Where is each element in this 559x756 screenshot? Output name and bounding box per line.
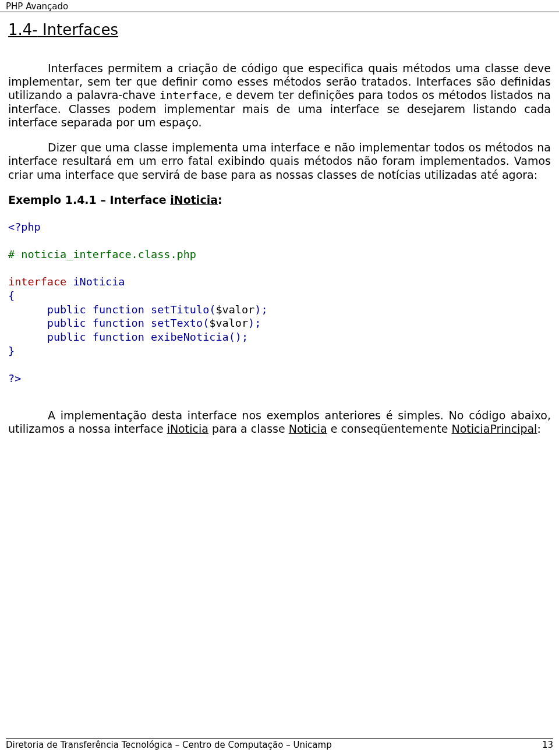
code-brace-open: { [8, 289, 15, 302]
inoticia-ref: iNoticia [167, 422, 208, 435]
p2-text: Dizer que uma classe implementa uma inte… [8, 141, 551, 181]
section-title: 1.4- Interfaces [8, 21, 551, 38]
example-name: iNoticia [170, 193, 218, 206]
example-suffix: : [218, 193, 222, 206]
code-open-tag: <?php [8, 221, 41, 233]
code-block: <?php # noticia_interface.class.php inte… [8, 220, 551, 386]
noticiaprincipal-ref: NoticiaPrincipal [451, 422, 537, 435]
p3-t4: : [537, 422, 540, 435]
page-footer: Diretoria de Transferência Tecnológica –… [6, 738, 553, 750]
footer-left: Diretoria de Transferência Tecnológica –… [6, 740, 332, 750]
paragraph-1: Interfaces permitem a criação de código … [8, 62, 551, 129]
page-header: PHP Avançado [0, 0, 559, 12]
code-interface-name: iNoticia [66, 275, 125, 288]
inline-code-interface: interface [160, 89, 218, 101]
code-keyword-interface: interface [8, 275, 66, 288]
p3-t2: para a classe [208, 422, 289, 435]
p3-t3: e conseqüentemente [327, 422, 452, 435]
code-line-2c: ); [248, 317, 261, 329]
noticia-ref: Noticia [289, 422, 327, 435]
code-comment: # noticia_interface.class.php [8, 248, 196, 260]
section-name: Interfaces [38, 21, 118, 38]
example-title: Exemplo 1.4.1 – Interface iNoticia: [8, 193, 551, 206]
footer-page-number: 13 [542, 740, 553, 750]
header-text: PHP Avançado [6, 1, 68, 12]
paragraph-2: Dizer que uma classe implementa uma inte… [8, 141, 551, 182]
example-prefix: Exemplo 1.4.1 – Interface [8, 193, 170, 206]
page-body: 1.4- Interfaces Interfaces permitem a cr… [8, 16, 551, 447]
code-close-tag: ?> [8, 372, 21, 384]
code-var-1: $valor [215, 303, 254, 316]
page: PHP Avançado 1.4- Interfaces Interfaces … [0, 0, 559, 756]
code-line-3: public function exibeNoticia(); [8, 331, 248, 343]
section-number: 1.4- [8, 21, 38, 38]
code-brace-close: } [8, 345, 15, 357]
code-line-1c: ); [254, 303, 267, 316]
code-line-2a: public function setTexto( [8, 317, 209, 329]
code-var-2: $valor [209, 317, 248, 329]
paragraph-3: A implementação desta interface nos exem… [8, 409, 551, 436]
code-line-1a: public function setTitulo( [8, 303, 215, 316]
